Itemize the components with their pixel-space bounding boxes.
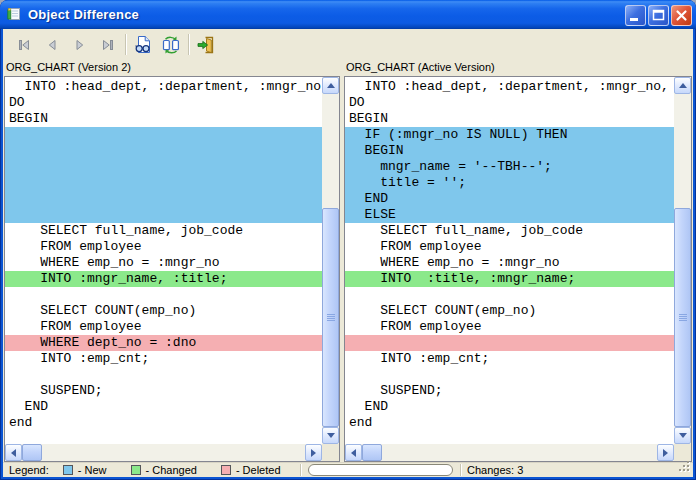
scroll-right-button[interactable] — [657, 444, 674, 461]
vertical-scrollbar-thumb[interactable] — [322, 208, 339, 427]
code-line: DO — [5, 95, 322, 111]
app-icon — [6, 6, 22, 22]
resize-grip[interactable] — [678, 460, 691, 476]
code-line: title = ''; — [345, 175, 674, 191]
scroll-left-button[interactable] — [5, 444, 22, 461]
legend-label-changed: - Changed — [146, 463, 197, 477]
right-pane-header: ORG_CHART (Active Version) — [346, 61, 495, 73]
arrow-up-icon — [327, 83, 335, 88]
last-difference-icon — [100, 37, 116, 53]
code-line: FROM employee — [5, 239, 322, 255]
code-line — [345, 367, 674, 383]
legend-item-deleted: - Deleted — [221, 463, 281, 477]
first-difference-icon — [16, 37, 32, 53]
toolbar — [3, 29, 693, 60]
left-vertical-scrollbar[interactable] — [322, 77, 339, 444]
recompare-icon — [161, 35, 181, 55]
recompare-button[interactable] — [158, 32, 183, 57]
code-line: IF (:mngr_no IS NULL) THEN — [345, 127, 674, 143]
vertical-scrollbar-thumb[interactable] — [674, 208, 691, 427]
code-line: BEGIN — [345, 111, 674, 127]
legend-swatch-changed — [131, 465, 141, 475]
legend-label-new: - New — [78, 463, 107, 477]
code-line: mngr_name = '--TBH--'; — [345, 159, 674, 175]
code-line: INTO :head_dept, :department, :mngr_no, — [345, 79, 674, 95]
maximize-button[interactable] — [648, 5, 669, 26]
code-line: BEGIN — [5, 111, 322, 127]
status-bar: Legend: - New- Changed- Deleted Changes:… — [3, 462, 693, 477]
right-pane: INTO :head_dept, :department, :mngr_no,D… — [344, 76, 692, 462]
code-line: WHERE dept_no = :dno — [5, 335, 322, 351]
code-line: SELECT full_name, job_code — [345, 223, 674, 239]
code-line: SELECT COUNT(emp_no) — [5, 303, 322, 319]
code-line: end — [5, 415, 322, 431]
previous-difference-icon — [44, 37, 60, 53]
legend: Legend: - New- Changed- Deleted — [9, 463, 305, 477]
code-line: FROM employee — [345, 239, 674, 255]
code-line: END — [5, 399, 322, 415]
scroll-down-button[interactable] — [322, 427, 339, 444]
arrow-down-icon — [327, 433, 335, 438]
code-line — [345, 335, 674, 351]
last-difference-button[interactable] — [95, 32, 120, 57]
legend-swatch-new — [63, 465, 73, 475]
code-line: WHERE emp_no = :mngr_no — [5, 255, 322, 271]
scroll-up-button[interactable] — [674, 77, 691, 94]
code-line: ELSE — [345, 207, 674, 223]
code-line: SELECT COUNT(emp_no) — [345, 303, 674, 319]
resize-grip-icon — [678, 460, 691, 473]
left-pane: INTO :head_dept, :department, :mngr_noDO… — [4, 76, 340, 462]
minimize-button[interactable] — [625, 5, 646, 26]
arrow-left-icon — [11, 449, 16, 457]
changes-count: Changes: 3 — [467, 463, 523, 477]
scrollbar-corner — [322, 444, 339, 461]
legend-caption: Legend: — [9, 463, 49, 477]
scroll-up-button[interactable] — [322, 77, 339, 94]
scrollbar-corner — [674, 444, 691, 461]
legend-label-deleted: - Deleted — [236, 463, 281, 477]
code-line: SUSPEND; — [5, 383, 322, 399]
arrow-down-icon — [679, 433, 687, 438]
code-line: END — [345, 399, 674, 415]
arrow-right-icon — [311, 449, 316, 457]
right-horizontal-scrollbar[interactable] — [345, 444, 674, 461]
code-line — [5, 207, 322, 223]
legend-item-new: - New — [63, 463, 107, 477]
scroll-left-button[interactable] — [345, 444, 362, 461]
window-title: Object Difference — [28, 7, 139, 22]
right-vertical-scrollbar[interactable] — [674, 77, 691, 444]
code-line — [5, 287, 322, 303]
next-difference-icon — [72, 37, 88, 53]
progress-bar — [308, 464, 453, 476]
horizontal-scrollbar-thumb[interactable] — [362, 444, 382, 461]
code-line: INTO :mngr_name, :title; — [5, 271, 322, 287]
code-line: FROM employee — [5, 319, 322, 335]
close-button[interactable] — [671, 5, 692, 26]
find-differences-icon — [133, 35, 153, 55]
previous-difference-button[interactable] — [39, 32, 64, 57]
thumb-grip-icon — [679, 314, 687, 315]
code-line: FROM employee — [345, 319, 674, 335]
code-line: SELECT full_name, job_code — [5, 223, 322, 239]
code-line — [5, 127, 322, 143]
code-line: END — [345, 191, 674, 207]
code-line — [5, 159, 322, 175]
exit-button[interactable] — [193, 32, 218, 57]
left-pane-header: ORG_CHART (Version 2) — [6, 61, 131, 73]
scroll-right-button[interactable] — [305, 444, 322, 461]
toolbar-separator — [188, 34, 189, 55]
code-line — [5, 367, 322, 383]
scroll-down-button[interactable] — [674, 427, 691, 444]
close-icon — [672, 6, 691, 25]
first-difference-button[interactable] — [11, 32, 36, 57]
minimize-icon — [626, 6, 645, 25]
left-code-area[interactable]: INTO :head_dept, :department, :mngr_noDO… — [5, 77, 322, 444]
right-code-area[interactable]: INTO :head_dept, :department, :mngr_no,D… — [345, 77, 674, 444]
find-differences-button[interactable] — [130, 32, 155, 57]
horizontal-scrollbar-thumb[interactable] — [22, 444, 42, 461]
legend-item-changed: - Changed — [131, 463, 197, 477]
left-horizontal-scrollbar[interactable] — [5, 444, 322, 461]
code-line: BEGIN — [345, 143, 674, 159]
next-difference-button[interactable] — [67, 32, 92, 57]
thumb-grip-icon — [327, 314, 335, 315]
